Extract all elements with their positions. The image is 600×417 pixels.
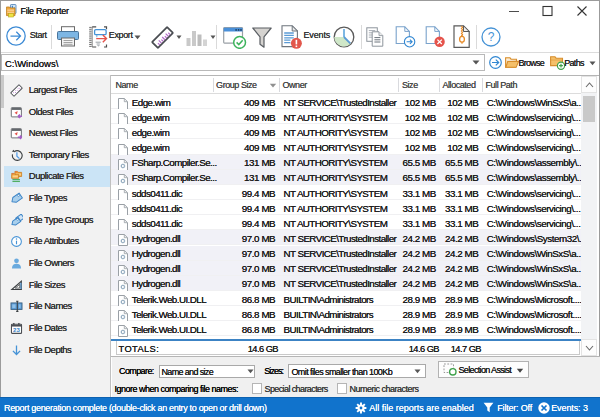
svg-text:23: 23: [13, 326, 20, 333]
svg-text:?: ?: [488, 30, 495, 44]
